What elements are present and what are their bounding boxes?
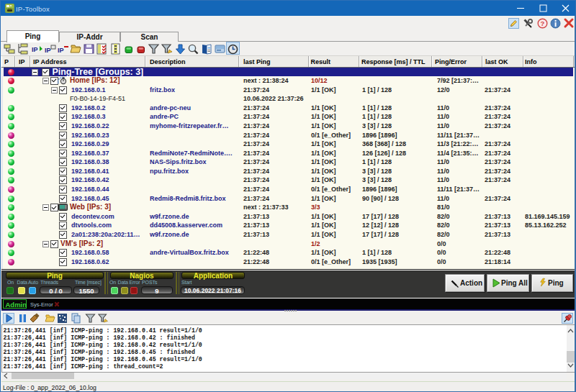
svg-text:IP: IP xyxy=(58,47,64,54)
svg-text:?: ? xyxy=(541,19,545,27)
svg-text:IP: IP xyxy=(45,47,51,54)
svg-text:IP: IP xyxy=(32,46,38,53)
